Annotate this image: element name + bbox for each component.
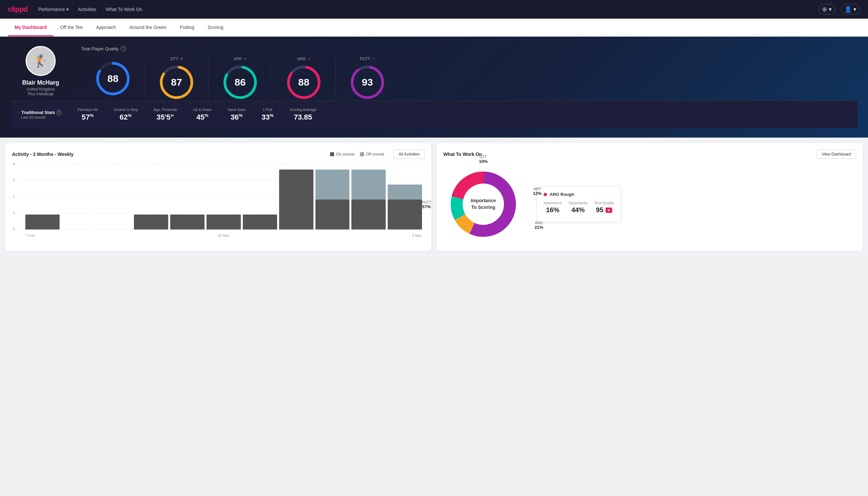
- bar-oncourse-w5: [170, 215, 205, 230]
- traditional-stats-label: Traditional Stats ?: [21, 110, 62, 115]
- info-shot-quality: Shot Quality 95 ▼: [594, 201, 614, 214]
- tab-bar: My Dashboard Off the Tee Approach Around…: [0, 19, 868, 37]
- putt-label: PUTT ↗: [360, 57, 375, 61]
- score-card-app: APP ↗ 86: [208, 57, 272, 100]
- bottom-panels: Activity - 3 Months - Weekly On course O…: [0, 138, 868, 256]
- player-handicap: Plus Handicap: [28, 92, 53, 96]
- activity-panel-title: Activity - 3 Months - Weekly: [12, 152, 74, 157]
- tab-putting[interactable]: Putting: [173, 19, 201, 36]
- hero-section: 🏌️ Blair McHarg United Kingdom Plus Hand…: [0, 37, 868, 138]
- donut-label-app: APP 12%: [533, 187, 541, 196]
- nav-performance[interactable]: Performance ▾: [38, 1, 68, 17]
- donut-label-putt: PUTT 57%: [422, 200, 431, 209]
- nav-icons: ⊕ ▾ 👤 ▾: [818, 4, 860, 15]
- bar-oncourse-w10: [351, 200, 386, 230]
- bar-oncourse-w4: [134, 215, 168, 230]
- nav-activities[interactable]: Activities: [78, 1, 96, 17]
- bar-oncourse-w11: [388, 200, 422, 230]
- logo: clippd: [8, 5, 28, 14]
- wtwo-content: Importance To Scoring OTT 10% APP 12% AR…: [443, 164, 856, 244]
- chevron-down-icon: ▾: [66, 7, 68, 12]
- app-value: 86: [235, 77, 246, 88]
- what-to-work-on-panel: What To Work On View Dashboard Imp: [437, 143, 863, 251]
- activity-panel-header: Activity - 3 Months - Weekly On course O…: [12, 150, 425, 159]
- tab-off-the-tee[interactable]: Off the Tee: [53, 19, 89, 36]
- off-course-dot: [360, 152, 364, 156]
- avatar: 🏌️: [26, 46, 56, 76]
- nav-what-to-work-on[interactable]: What To Work On: [106, 1, 142, 17]
- chart-legend: On course Off course: [330, 152, 384, 157]
- all-activities-button[interactable]: All Activities: [394, 150, 425, 159]
- putt-ring: 93: [349, 64, 386, 100]
- bar-group-w10: [351, 170, 386, 230]
- donut-label-ott: OTT 10%: [479, 155, 488, 164]
- bar-offcourse-w11: [388, 185, 422, 200]
- bar-group-w4: [134, 215, 168, 230]
- arg-ring: 88: [285, 64, 322, 100]
- ott-value: 87: [171, 77, 182, 88]
- player-name: Blair McHarg: [22, 79, 59, 86]
- stat-app-proximity: App. Proximity 35'5": [154, 108, 177, 122]
- activity-panel: Activity - 3 Months - Weekly On course O…: [5, 143, 431, 251]
- bar-group-w9: [315, 170, 350, 230]
- stat-sand-save: Sand Save 36%: [227, 108, 246, 122]
- player-info: 🏌️ Blair McHarg United Kingdom Plus Hand…: [11, 46, 70, 96]
- ott-label: OTT ↗: [170, 57, 183, 61]
- trad-help-icon[interactable]: ?: [56, 110, 62, 115]
- view-dashboard-button[interactable]: View Dashboard: [817, 150, 856, 159]
- arrow-up-icon: ↗: [307, 57, 311, 61]
- total-score-ring: 88: [95, 60, 131, 97]
- app-label: APP ↗: [234, 57, 247, 61]
- bar-group-w7: [243, 215, 277, 230]
- user-button[interactable]: 👤 ▾: [841, 4, 860, 15]
- add-button[interactable]: ⊕ ▾: [818, 4, 835, 15]
- bar-group-w11: [388, 185, 422, 230]
- arg-label: ARG ↗: [297, 57, 311, 61]
- legend-off-course: Off course: [360, 152, 384, 157]
- nav-links: Performance ▾ Activities What To Work On: [38, 1, 808, 17]
- tab-my-dashboard[interactable]: My Dashboard: [8, 19, 53, 36]
- arrow-up-icon: ↗: [243, 57, 247, 61]
- bar-group-w1: [25, 215, 60, 230]
- bar-offcourse-w10: [351, 170, 386, 200]
- bar-group-w5: [170, 215, 205, 230]
- tab-around-the-green[interactable]: Around the Green: [123, 19, 173, 36]
- traditional-stats-sublabel: Last 20 rounds: [21, 115, 62, 119]
- stats-bar: Traditional Stats ? Last 20 rounds Fairw…: [11, 100, 857, 128]
- chart-area: 4 3 2 1 0 7 Feb 28 Mar 9 May: [12, 164, 425, 237]
- info-importance: Importance 16%: [543, 201, 562, 214]
- shot-quality-badge: ▼: [605, 207, 613, 213]
- total-quality-label: Total Player Quality ?: [81, 46, 857, 51]
- stat-1-putt: 1 Putt 33%: [262, 108, 273, 122]
- legend-on-course: On course: [330, 152, 354, 157]
- score-card-arg: ARG ↗ 88: [272, 57, 336, 100]
- score-card-total: 88: [81, 60, 145, 97]
- x-labels: 7 Feb 28 Mar 9 May: [25, 233, 422, 237]
- wtwo-panel-header: What To Work On View Dashboard: [443, 150, 856, 159]
- help-icon[interactable]: ?: [121, 46, 126, 51]
- bar-oncourse-w8: [279, 170, 313, 230]
- player-country: United Kingdom: [26, 87, 54, 92]
- top-nav: clippd Performance ▾ Activities What To …: [0, 0, 868, 19]
- info-metrics: Importance 16% Opportunity 44% Shot Qual…: [543, 201, 614, 214]
- donut-center: Importance To Scoring: [471, 198, 495, 211]
- arrow-up-icon: ↗: [372, 57, 375, 61]
- bar-oncourse-w7: [243, 215, 277, 230]
- bar-oncourse-w9: [315, 200, 350, 230]
- stat-scoring-average: Scoring Average 73.85: [289, 108, 316, 122]
- score-card-putt: PUTT ↗ 93: [336, 57, 399, 100]
- tab-scoring[interactable]: Scoring: [201, 19, 230, 36]
- total-score-value: 88: [107, 73, 118, 84]
- tab-approach[interactable]: Approach: [89, 19, 123, 36]
- bar-oncourse-w6: [206, 215, 241, 230]
- donut-label-arg: ARG 21%: [535, 221, 543, 230]
- info-card-title: ARG Rough: [543, 192, 614, 197]
- bars-container: [25, 164, 422, 230]
- score-card-ott: OTT ↗ 87: [145, 57, 208, 100]
- stat-fairways-hit: Fairways Hit 57%: [78, 108, 98, 122]
- traditional-stats-info: Traditional Stats ? Last 20 rounds: [21, 110, 62, 120]
- ott-ring: 87: [158, 64, 195, 100]
- info-card-dot: [543, 193, 547, 196]
- stat-up-down: Up & Down 45%: [193, 108, 212, 122]
- bar-offcourse-w9: [315, 170, 350, 200]
